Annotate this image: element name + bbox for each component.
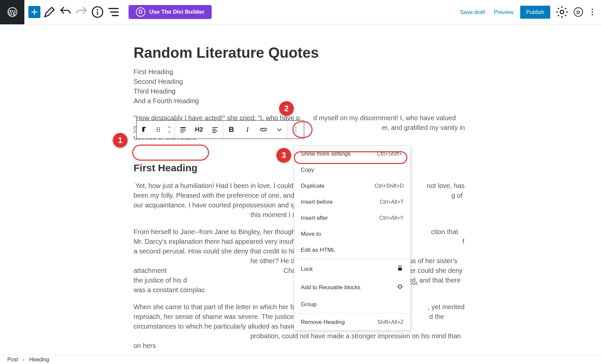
svg-point-14 <box>295 127 296 128</box>
svg-point-3 <box>560 10 564 14</box>
annotation-badge-3: 3 <box>276 148 291 163</box>
menu-item-remove-heading[interactable]: Remove HeadingShift+Alt+Z <box>294 314 410 330</box>
menu-item-shortcut: Shift+Alt+Z <box>377 319 404 325</box>
link-button[interactable] <box>255 121 271 139</box>
settings-button[interactable] <box>555 5 569 19</box>
divi-builder-button[interactable]: D Use The Divi Builder <box>129 5 212 19</box>
menu-item-label: Edit as HTML <box>301 247 335 253</box>
heading-level-button[interactable]: H2 <box>191 121 207 139</box>
annotation-badge-1: 1 <box>113 133 128 148</box>
list-view-button[interactable] <box>107 5 121 19</box>
italic-button[interactable]: I <box>239 121 255 139</box>
top-toolbar: D Use The Divi Builder Save draft Previe… <box>0 0 601 24</box>
menu-item-label: Copy <box>301 167 314 173</box>
block-toolbar: H2 B I <box>136 120 304 139</box>
divi-builder-label: Use The Divi Builder <box>149 9 204 15</box>
menu-item-insert-before[interactable]: Insert beforeCtrl+Alt+T <box>294 194 410 210</box>
preview-button[interactable]: Preview <box>492 7 516 17</box>
menu-item-edit-as-html[interactable]: Edit as HTML <box>294 242 410 258</box>
menu-item-label: Group <box>301 301 317 308</box>
left-tools: D Use The Divi Builder <box>24 5 212 19</box>
align-button[interactable] <box>175 121 191 139</box>
menu-item-move-to[interactable]: Move to <box>294 226 410 242</box>
svg-rect-13 <box>180 127 186 128</box>
menu-item-label: Remove Heading <box>301 319 345 326</box>
annotation-badge-2: 2 <box>279 101 294 116</box>
lock-icon <box>396 264 404 274</box>
menu-item-duplicate[interactable]: DuplicateCtrl+Shift+D <box>294 178 410 194</box>
menu-item-label: Show more settings <box>301 151 351 157</box>
svg-point-10 <box>159 129 160 130</box>
svg-point-12 <box>159 131 160 132</box>
divi-icon-button[interactable]: D <box>574 7 583 17</box>
bold-button[interactable]: B <box>223 121 239 139</box>
menu-item-label: Duplicate <box>301 183 325 189</box>
block-type-button[interactable] <box>137 121 153 139</box>
add-block-button[interactable] <box>28 6 40 18</box>
menu-item-add-to-reusable-blocks[interactable]: Add to Reusable blocks <box>294 278 410 297</box>
svg-point-5 <box>592 11 593 13</box>
menu-item-shortcut: Ctrl+Alt+T <box>380 199 404 205</box>
menu-item-shortcut: Ctrl+Shift+, <box>377 151 404 157</box>
svg-rect-18 <box>398 285 402 289</box>
redo-button[interactable] <box>74 5 88 19</box>
move-arrows[interactable] <box>164 121 175 139</box>
save-draft-button[interactable]: Save draft <box>458 7 487 17</box>
menu-item-label: Move to <box>301 231 321 237</box>
svg-point-11 <box>157 131 158 132</box>
more-rich-text-button[interactable] <box>271 121 287 139</box>
menu-item-group[interactable]: Group <box>294 297 410 313</box>
menu-item-label: Add to Reusable blocks <box>301 284 361 291</box>
undo-button[interactable] <box>58 5 72 19</box>
svg-point-4 <box>592 9 593 10</box>
menu-item-shortcut: Ctrl+Shift+D <box>375 183 404 189</box>
menu-item-lock[interactable]: Lock <box>294 260 410 278</box>
chevron-right-icon: › <box>23 357 24 363</box>
ref-2[interactable]: Second Heading <box>134 77 467 86</box>
menu-item-copy[interactable]: Copy <box>294 162 410 178</box>
svg-point-2 <box>97 9 98 10</box>
breadcrumb-root[interactable]: Post <box>7 357 18 363</box>
svg-point-6 <box>592 14 593 15</box>
divi-logo-icon: D <box>136 7 145 17</box>
block-options-menu: Show more settingsCtrl+Shift+,CopyDuplic… <box>294 146 411 331</box>
menu-item-show-more-settings[interactable]: Show more settingsCtrl+Shift+, <box>294 146 410 162</box>
diamond-icon <box>396 283 404 292</box>
ref-3[interactable]: Third Heading <box>134 86 467 96</box>
breadcrumb-current[interactable]: Heading <box>29 357 49 363</box>
block-options-button[interactable] <box>288 121 304 139</box>
edit-tool-button[interactable] <box>42 5 56 19</box>
text-align-button[interactable] <box>207 121 223 139</box>
menu-separator <box>294 313 410 314</box>
drag-handle[interactable] <box>153 121 164 139</box>
svg-point-16 <box>295 131 296 132</box>
menu-item-label: Insert after <box>301 215 328 221</box>
ref-1[interactable]: First Heading <box>134 67 467 77</box>
breadcrumb: Post › Heading <box>0 355 601 364</box>
svg-point-7 <box>157 128 158 129</box>
menu-separator <box>294 259 410 259</box>
info-button[interactable] <box>90 5 105 19</box>
svg-rect-17 <box>398 268 402 270</box>
svg-point-9 <box>157 129 158 130</box>
ref-4[interactable]: And a Fourth Heading <box>134 96 467 106</box>
options-button[interactable] <box>588 5 597 19</box>
wordpress-logo[interactable] <box>0 0 24 24</box>
menu-item-insert-after[interactable]: Insert afterCtrl+Alt+Y <box>294 210 410 226</box>
menu-item-label: Insert before <box>301 199 333 205</box>
right-tools: Save draft Preview Publish D <box>458 0 597 24</box>
svg-point-15 <box>295 129 296 130</box>
menu-item-shortcut: Ctrl+Alt+Y <box>379 215 404 221</box>
post-title[interactable]: Random Literature Quotes <box>134 44 467 61</box>
svg-point-8 <box>159 128 160 129</box>
menu-item-label: Lock <box>301 266 313 272</box>
publish-button[interactable]: Publish <box>520 6 550 19</box>
